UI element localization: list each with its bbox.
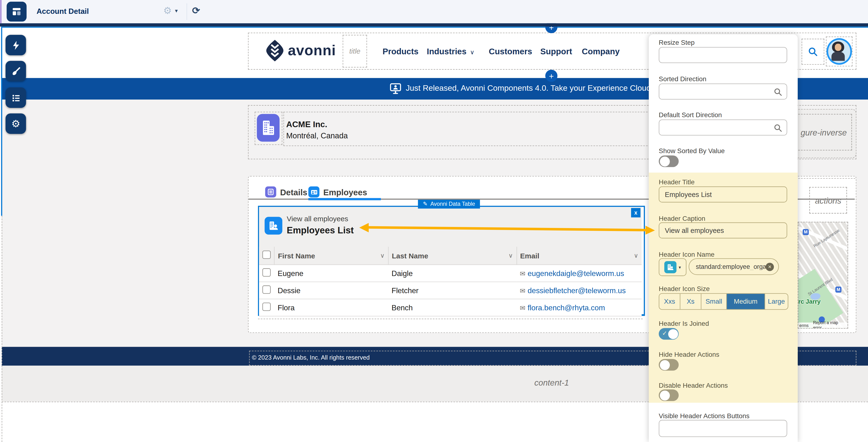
resize-step-label: Resize Step	[659, 39, 694, 47]
component-tag[interactable]: ✎ Avonni Data Table	[418, 199, 480, 209]
user-menu[interactable]	[826, 36, 852, 66]
chevron-down-icon[interactable]: ∨	[508, 252, 513, 259]
page-title: Account Detail	[36, 7, 89, 15]
header-icon-picker-button[interactable]: ▾	[659, 258, 686, 276]
map-terms-link[interactable]: erms	[799, 323, 809, 328]
components-list-button[interactable]	[5, 87, 26, 108]
building-icon	[261, 120, 275, 136]
gear-icon: ⚙	[11, 118, 20, 130]
column-first-name[interactable]: First Name ∨	[274, 247, 388, 264]
deselect-button[interactable]: x	[631, 208, 641, 217]
email-link[interactable]: eugenekdaigle@teleworm.us	[528, 269, 624, 278]
tab-details-label: Details	[280, 187, 307, 196]
title-placeholder[interactable]: title	[343, 35, 367, 67]
nav-support[interactable]: Support	[540, 46, 572, 56]
column-email[interactable]: Email ∨	[517, 247, 642, 264]
metro-badge[interactable]: M	[803, 229, 809, 235]
list-icon	[11, 93, 21, 103]
header-title-input[interactable]: Employees List	[659, 187, 787, 202]
nav-industries-caret-icon[interactable]: ∨	[470, 49, 474, 56]
experience-builder: Account Detail ⚙ ▾ ⟳ + + ⚙	[0, 0, 868, 442]
header-icon-size-group: Xxs Xs Small Medium Large	[659, 293, 788, 310]
disable-header-actions-toggle[interactable]	[659, 389, 679, 401]
component-tag-label: Avonni Data Table	[430, 201, 475, 207]
actions-placeholder[interactable]: actions	[809, 187, 847, 213]
builder-topbar	[0, 0, 868, 23]
size-xs-button[interactable]: Xs	[680, 294, 701, 309]
visible-header-actions-buttons-input[interactable]	[659, 420, 787, 437]
refresh-icon[interactable]: ⟳	[192, 5, 200, 17]
page-settings-gear-icon[interactable]: ⚙	[163, 5, 172, 17]
chevron-down-icon[interactable]: ∨	[380, 252, 385, 259]
quick-actions-button[interactable]	[5, 35, 26, 55]
brush-icon	[11, 66, 21, 76]
property-panel: Resize Step Sorted Direction Default Sor…	[649, 34, 798, 442]
report-map-error-link[interactable]: Report a map error	[813, 320, 847, 329]
show-sorted-by-value-toggle[interactable]	[659, 156, 679, 167]
account-location: Montréal, Canada	[286, 131, 348, 140]
sorted-direction-input[interactable]	[659, 84, 787, 99]
size-large-button[interactable]: Large	[765, 294, 788, 309]
email-link[interactable]: flora.bench@rhyta.com	[528, 304, 605, 312]
column-last-name[interactable]: Last Name ∨	[388, 247, 517, 264]
default-sort-direction-label: Default Sort Direction	[659, 111, 722, 119]
default-sort-direction-input[interactable]	[659, 120, 787, 135]
size-medium-button[interactable]: Medium	[727, 294, 765, 309]
column-label: Email	[520, 251, 539, 260]
map-park-label: rc Jarry	[798, 298, 820, 305]
site-logo[interactable]: avonni	[266, 40, 336, 61]
cell-last-name: Fletcher	[388, 282, 517, 299]
clear-icon[interactable]: ✕	[766, 262, 774, 271]
announcement-icon	[390, 83, 401, 96]
cell-first-name: Eugene	[274, 265, 388, 282]
account-icon[interactable]	[257, 114, 279, 142]
data-table: First Name ∨ Last Name ∨ Email ∨ Eugene …	[259, 247, 642, 316]
column-label: First Name	[278, 251, 315, 260]
pencil-icon: ✎	[423, 201, 428, 207]
header-caption-input[interactable]: View all employees	[659, 222, 787, 239]
canvas-accent-border	[1, 26, 868, 28]
cell-last-name: Daigle	[388, 265, 517, 282]
row-checkbox[interactable]	[262, 303, 271, 311]
table-row: Flora Bench ✉flora.bench@rhyta.com	[259, 299, 642, 316]
row-checkbox[interactable]	[262, 269, 271, 277]
page-structure-button[interactable]	[7, 2, 27, 22]
nav-products[interactable]: Products	[382, 46, 418, 56]
map-region[interactable]: Rue Lajeunesse St Laurent Blvd rc Jarry …	[798, 222, 848, 328]
datatable-header-icon	[265, 217, 282, 234]
figure-inverse-placeholder[interactable]: gure-inverse	[796, 114, 852, 151]
site-search-button[interactable]	[802, 39, 824, 65]
resize-step-input[interactable]	[659, 47, 787, 63]
size-xxs-button[interactable]: Xxs	[659, 294, 680, 309]
actions-text: actions	[815, 195, 841, 205]
tab-details[interactable]: Details	[265, 187, 307, 197]
settings-button[interactable]: ⚙	[5, 113, 26, 134]
tab-employees-label: Employees	[323, 187, 367, 196]
theme-button[interactable]	[5, 61, 26, 82]
title-placeholder-text: title	[349, 47, 361, 55]
row-checkbox[interactable]	[262, 286, 271, 294]
select-all-checkbox[interactable]	[262, 251, 271, 259]
size-small-button[interactable]: Small	[702, 294, 727, 309]
envelope-icon: ✉	[520, 304, 525, 312]
visible-header-actions-buttons-label: Visible Header Actions Buttons	[659, 412, 750, 420]
nav-company[interactable]: Company	[582, 46, 620, 56]
page-settings-caret-icon[interactable]: ▾	[175, 8, 178, 14]
column-label: Last Name	[392, 251, 428, 260]
email-link[interactable]: dessiebfletcher@teleworm.us	[528, 286, 626, 294]
add-section-button-announcement[interactable]: +	[545, 70, 557, 82]
nav-industries[interactable]: Industries	[427, 46, 467, 56]
search-icon	[774, 88, 782, 98]
metro-badge[interactable]: M	[835, 286, 842, 293]
header-is-joined-toggle[interactable]: ✓	[659, 328, 679, 340]
header-icon-name-pill[interactable]: standard:employee_orga ✕	[689, 258, 779, 275]
account-name: ACME Inc.	[286, 120, 327, 129]
avonni-logo-icon	[266, 40, 283, 61]
chevron-down-icon[interactable]: ∨	[634, 252, 639, 259]
nav-customers[interactable]: Customers	[489, 46, 532, 56]
tab-employees[interactable]: Employees	[308, 187, 367, 197]
header-icon-size-label: Header Icon Size	[659, 285, 710, 293]
header-title-label: Header Title	[659, 178, 694, 186]
hide-header-actions-toggle[interactable]	[659, 359, 679, 371]
component-bottom-outline	[258, 319, 643, 319]
